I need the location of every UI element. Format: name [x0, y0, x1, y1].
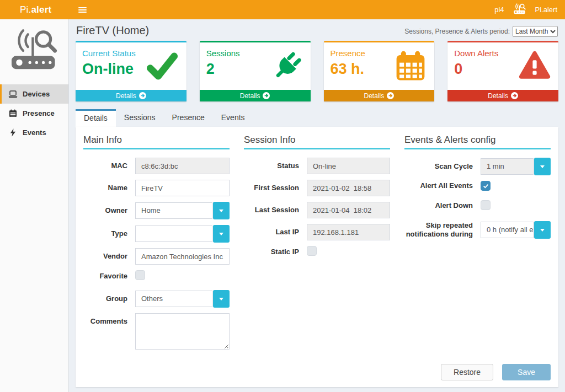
check-icon: [145, 50, 179, 84]
hostname-label: pi4: [494, 6, 504, 14]
skip-notifications-label: Skip repeated notifications during: [404, 221, 473, 240]
chevron-down-icon: [540, 165, 545, 168]
last-ip-field: [307, 224, 390, 240]
main-info-section: Main Info MAC Name Owner Home: [83, 135, 230, 357]
current-status-details-link[interactable]: Details: [76, 90, 186, 101]
first-session-label: First Session: [244, 184, 299, 193]
sidebar-item-label: Presence: [23, 109, 55, 117]
details-label: Details: [116, 92, 136, 100]
sessions-box: Sessions 2: [200, 41, 311, 101]
main-content: FireTV (Home) Sessions, Presence & Alert…: [69, 19, 565, 392]
bolt-icon: [8, 128, 18, 137]
group-select[interactable]: Others: [135, 291, 212, 307]
arrow-circle-right-icon: [139, 92, 146, 99]
arrow-circle-right-icon: [387, 92, 394, 99]
chevron-down-icon: [219, 233, 223, 235]
mac-label: MAC: [83, 162, 127, 171]
comments-field[interactable]: [135, 313, 230, 350]
owner-select[interactable]: Home: [135, 202, 212, 219]
arrow-circle-right-icon: [263, 92, 270, 99]
static-ip-label: Static IP: [244, 248, 299, 257]
down-alerts-box-body: Down Alerts 0: [447, 42, 558, 90]
vendor-field[interactable]: [135, 248, 230, 265]
type-label: Type: [83, 229, 127, 239]
last-ip-label: Last IP: [244, 228, 299, 237]
laptop-icon: [8, 90, 18, 98]
arrow-circle-right-icon: [511, 92, 518, 99]
scan-cycle-label: Scan Cycle: [404, 162, 473, 171]
section-title: Main Info: [83, 135, 230, 149]
presence-box: Presence 63 h.: [324, 41, 435, 101]
owner-label: Owner: [83, 206, 127, 216]
scan-cycle-select[interactable]: 1 min: [481, 158, 534, 175]
type-select[interactable]: [135, 225, 212, 242]
skip-notifications-select-button[interactable]: [534, 221, 551, 239]
sidebar-item-events[interactable]: Events: [0, 123, 68, 142]
group-select-button[interactable]: [213, 290, 230, 308]
sidebar-item-label: Devices: [23, 90, 50, 98]
events-alerts-config-section: Events & Alerts config Scan Cycle 1 min: [404, 135, 551, 357]
device-tabs: Details Sessions Presence Events: [76, 109, 558, 127]
name-field[interactable]: [135, 180, 230, 196]
summary-boxes: Current Status On-line Details: [76, 41, 558, 101]
tab-presence[interactable]: Presence: [164, 109, 213, 127]
skip-notifications-select[interactable]: 0 h (notify all events): [481, 222, 534, 238]
alert-down-checkbox[interactable]: [481, 200, 491, 210]
pialert-mini-logo-icon: [513, 3, 527, 17]
chevron-down-icon: [219, 298, 223, 300]
chevron-down-icon: [219, 210, 223, 212]
alert-down-label: Alert Down: [404, 201, 473, 211]
period-label: Sessions, Presence & Alerts period:: [404, 28, 510, 35]
current-status-box: Current Status On-line Details: [76, 41, 186, 101]
scan-cycle-select-button[interactable]: [534, 158, 551, 175]
brand-prefix: Pi.: [20, 4, 31, 15]
section-title: Events & Alerts config: [404, 135, 551, 149]
check-icon: [483, 183, 489, 189]
navbar-right: pi4 Pi.alert: [494, 3, 565, 17]
product-name-label: Pi.alert: [535, 6, 557, 14]
down-alerts-details-link[interactable]: Details: [447, 90, 558, 101]
details-label: Details: [488, 92, 508, 100]
section-title: Session Info: [244, 135, 390, 149]
presence-details-link[interactable]: Details: [324, 90, 435, 101]
period-selector: Sessions, Presence & Alerts period: Last…: [404, 26, 558, 37]
calendar-icon: [394, 50, 427, 84]
pialert-logo: [0, 19, 68, 84]
sidebar: Devices Presence Events: [0, 19, 69, 392]
mac-field: [135, 158, 230, 174]
sessions-details-link[interactable]: Details: [200, 90, 311, 101]
page-title: FireTV (Home): [76, 24, 149, 37]
session-info-section: Session Info Status First Session Last S…: [244, 135, 390, 357]
last-session-field: [307, 202, 390, 218]
restore-button[interactable]: Restore: [441, 364, 493, 380]
brand-link[interactable]: Pi.alert: [0, 4, 69, 15]
favorite-checkbox[interactable]: [135, 270, 145, 280]
status-label: Status: [244, 162, 299, 171]
last-session-label: Last Session: [244, 206, 299, 215]
period-select[interactable]: Last Month: [513, 26, 558, 37]
chevron-down-icon: [540, 229, 545, 232]
sidebar-item-label: Events: [23, 128, 46, 137]
alert-all-events-checkbox[interactable]: [481, 181, 491, 191]
warning-icon: [518, 50, 551, 84]
save-button[interactable]: Save: [502, 364, 551, 380]
owner-select-button[interactable]: [213, 202, 230, 219]
type-select-button[interactable]: [213, 225, 230, 243]
sidebar-toggle-button[interactable]: [76, 4, 89, 16]
sidebar-item-devices[interactable]: Devices: [0, 84, 68, 104]
sidebar-item-presence[interactable]: Presence: [0, 104, 68, 123]
first-session-field: [307, 180, 390, 196]
vendor-label: Vendor: [83, 252, 127, 261]
details-label: Details: [364, 92, 385, 100]
presence-box-body: Presence 63 h.: [324, 42, 435, 90]
details-label: Details: [240, 92, 260, 100]
tab-events[interactable]: Events: [213, 109, 253, 127]
tab-details[interactable]: Details: [76, 109, 116, 127]
name-label: Name: [83, 184, 127, 193]
tab-sessions[interactable]: Sessions: [116, 109, 164, 127]
current-status-box-body: Current Status On-line: [76, 42, 186, 90]
calendar-icon: [8, 109, 18, 117]
static-ip-checkbox[interactable]: [307, 246, 317, 256]
comments-label: Comments: [83, 313, 127, 326]
brand-bold: alert: [31, 4, 51, 15]
